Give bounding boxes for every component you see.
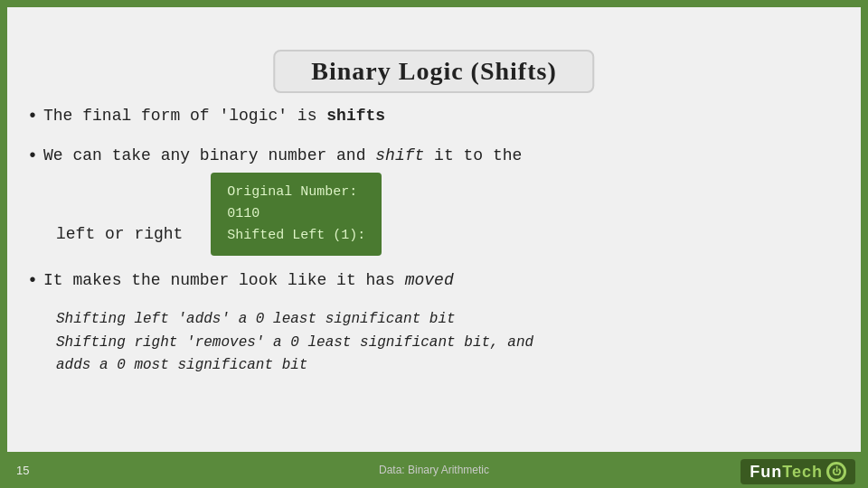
bullet-1-marker: • [27,104,38,129]
green-box-line1: Original Number: [227,182,365,203]
bullet-2-marker: • [27,144,38,169]
bullet-2-first-line: • We can take any binary number and shif… [27,144,841,169]
bullet-3-text: It makes the number look like it has mov… [43,268,454,293]
green-box: Original Number: 0110 Shifted Left (1): [211,173,382,256]
funtech-logo: FunTech ⏻ [741,459,855,484]
funtech-fun: Fun [750,463,782,481]
main-content: • The final form of 'logic' is shifts • … [27,104,841,443]
bullet-1: • The final form of 'logic' is shifts [27,104,841,129]
bullet-1-block: • The final form of 'logic' is shifts [27,104,841,129]
footer-bar: 15 Data: Binary Arithmetic FunTech ⏻ [0,452,868,488]
bullet-2-text: We can take any binary number and shift … [43,144,522,168]
bullet-3-marker: • [27,268,38,294]
page-number: 15 [16,464,29,477]
bullet-3-block: • It makes the number look like it has m… [27,268,841,378]
bullet-3-indent2: Shifting right 'removes' a 0 least signi… [56,332,841,355]
bullet-3-rest: number look like it has [170,271,404,289]
bullet-1-prefix: The final form of 'logic' is [43,107,326,125]
funtech-text: FunTech [750,463,823,482]
bullet-1-bold: shifts [326,107,385,125]
bullet-3-italic: moved [405,271,454,289]
funtech-tech: Tech [782,463,823,481]
bullet-2-line1-suffix: it to the [424,146,522,164]
bullet-3-line1: It makes the [43,271,170,289]
bullet-1-text: The final form of 'logic' is shifts [43,104,385,128]
footer-center-text: Data: Binary Arithmetic [379,464,489,476]
green-box-line2: 0110 [227,203,365,225]
bullet-2-block: • We can take any binary number and shif… [27,144,841,256]
slide-title: Binary Logic (Shifts) [311,57,556,86]
bullet-2-italic: shift [375,146,424,164]
bullet-2-line2: left or right [56,225,193,243]
bullet-3-indent1: Shifting left 'adds' a 0 least significa… [56,308,841,332]
bullet-2-line1: We can take any binary number and [43,146,375,164]
bullet-3-first: • It makes the number look like it has m… [27,268,841,294]
title-bar: Binary Logic (Shifts) [273,50,594,93]
bullet-2-second-line-wrap: left or right Original Number: 0110 Shif… [56,169,841,256]
bullet-3-indent3: adds a 0 most significant bit [56,354,841,378]
green-box-line3: Shifted Left (1): [227,225,365,247]
power-icon: ⏻ [826,462,846,482]
